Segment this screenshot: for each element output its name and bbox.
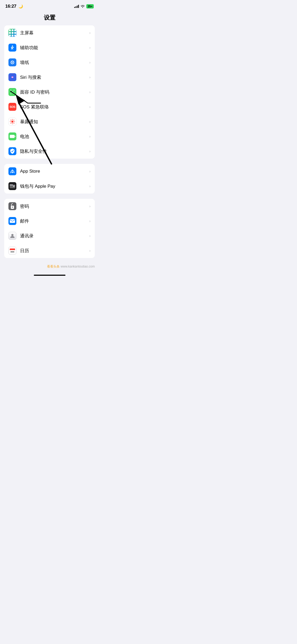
exposure-icon bbox=[8, 118, 16, 126]
appstore-icon bbox=[8, 167, 16, 175]
svg-rect-33 bbox=[10, 250, 15, 250]
page-title: 设置 bbox=[0, 11, 99, 25]
svg-rect-7 bbox=[13, 94, 15, 94]
svg-point-14 bbox=[10, 121, 11, 122]
svg-rect-29 bbox=[10, 219, 15, 223]
signal-icon bbox=[74, 5, 79, 8]
svg-point-2 bbox=[12, 62, 13, 63]
chevron-icon: › bbox=[89, 204, 91, 208]
appstore-label: App Store bbox=[20, 169, 89, 174]
chevron-icon: › bbox=[89, 184, 91, 188]
calendar-label: 日历 bbox=[20, 248, 89, 254]
svg-point-13 bbox=[12, 123, 13, 124]
settings-row-sos[interactable]: SOS SOS 紧急联络 › bbox=[4, 99, 95, 114]
chevron-icon: › bbox=[89, 31, 91, 35]
settings-row-siri[interactable]: Siri 与搜索 › bbox=[4, 70, 95, 85]
status-time: 16:27 bbox=[5, 4, 16, 9]
chevron-icon: › bbox=[89, 105, 91, 109]
svg-rect-21 bbox=[15, 136, 15, 137]
wallpaper-label: 墙纸 bbox=[20, 59, 89, 66]
settings-section-3: 密码 › 邮件 › 通讯录 › bbox=[4, 199, 95, 258]
home-screen-icon bbox=[8, 29, 16, 37]
chevron-icon: › bbox=[89, 75, 91, 79]
svg-rect-6 bbox=[10, 94, 11, 94]
svg-point-12 bbox=[12, 119, 13, 120]
wallet-label: 钱包与 Apple Pay bbox=[20, 183, 89, 189]
contacts-icon bbox=[8, 232, 16, 240]
svg-point-11 bbox=[11, 121, 13, 123]
chevron-icon: › bbox=[89, 249, 91, 253]
svg-point-30 bbox=[11, 234, 13, 236]
battery-icon bbox=[8, 132, 16, 140]
settings-row-faceid[interactable]: 面容 ID 与密码 › bbox=[4, 85, 95, 99]
calendar-icon: ●●● bbox=[8, 247, 16, 255]
mail-label: 邮件 bbox=[20, 218, 89, 224]
chevron-icon: › bbox=[89, 119, 91, 124]
siri-icon bbox=[8, 73, 16, 81]
watermark: 看看头条 www.kankantoutiao.com bbox=[0, 263, 99, 271]
faceid-icon bbox=[8, 88, 16, 96]
chevron-icon: › bbox=[89, 234, 91, 238]
chevron-icon: › bbox=[89, 219, 91, 223]
settings-section-2: App Store › 钱包与 Apple Pay › bbox=[4, 164, 95, 194]
svg-point-0 bbox=[12, 45, 13, 47]
wallpaper-icon bbox=[8, 58, 16, 66]
mail-icon bbox=[8, 217, 16, 225]
svg-rect-26 bbox=[10, 184, 13, 185]
svg-point-19 bbox=[13, 123, 14, 123]
status-icons: 25+ bbox=[74, 4, 94, 8]
chevron-icon: › bbox=[89, 60, 91, 65]
settings-row-appstore[interactable]: App Store › bbox=[4, 164, 95, 179]
passwords-label: 密码 bbox=[20, 203, 89, 209]
svg-point-16 bbox=[11, 120, 11, 121]
chevron-icon: › bbox=[89, 90, 91, 94]
svg-rect-20 bbox=[10, 135, 15, 138]
home-indicator-area bbox=[0, 271, 99, 280]
battery-label: 电池 bbox=[20, 134, 89, 140]
settings-row-battery[interactable]: 电池 › bbox=[4, 129, 95, 144]
settings-row-home-screen[interactable]: 主屏幕 › bbox=[4, 25, 95, 40]
chevron-icon: › bbox=[89, 134, 91, 139]
home-screen-label: 主屏幕 bbox=[20, 30, 89, 36]
svg-rect-4 bbox=[10, 90, 11, 90]
sos-icon: SOS bbox=[8, 103, 16, 111]
settings-row-calendar[interactable]: ●●● 日历 › bbox=[4, 243, 95, 258]
settings-row-wallpaper[interactable]: 墙纸 › bbox=[4, 55, 95, 70]
chevron-icon: › bbox=[89, 149, 91, 153]
svg-text:●●●: ●●● bbox=[11, 251, 15, 253]
svg-point-15 bbox=[14, 121, 15, 122]
privacy-label: 隐私与安全性 bbox=[20, 148, 89, 154]
svg-point-18 bbox=[11, 123, 11, 123]
contacts-label: 通讯录 bbox=[20, 233, 89, 239]
siri-label: Siri 与搜索 bbox=[20, 74, 89, 80]
settings-row-wallet[interactable]: 钱包与 Apple Pay › bbox=[4, 179, 95, 194]
battery-indicator: 25+ bbox=[86, 4, 94, 8]
privacy-icon bbox=[8, 147, 16, 155]
faceid-label: 面容 ID 与密码 bbox=[20, 89, 89, 95]
settings-row-mail[interactable]: 邮件 › bbox=[4, 214, 95, 228]
svg-point-8 bbox=[12, 91, 12, 92]
settings-section-1: 主屏幕 › 辅助功能 › bbox=[4, 25, 95, 159]
wifi-icon bbox=[81, 4, 85, 8]
home-indicator bbox=[34, 275, 65, 276]
svg-point-28 bbox=[12, 207, 13, 208]
moon-icon: 🌙 bbox=[18, 4, 23, 8]
settings-row-accessibility[interactable]: 辅助功能 › bbox=[4, 40, 95, 55]
status-bar: 16:27 🌙 25+ bbox=[0, 0, 99, 11]
settings-row-passwords[interactable]: 密码 › bbox=[4, 199, 95, 214]
svg-rect-25 bbox=[13, 186, 15, 187]
passwords-icon bbox=[8, 202, 16, 210]
accessibility-label: 辅助功能 bbox=[20, 45, 89, 51]
svg-rect-5 bbox=[13, 90, 15, 90]
accessibility-icon bbox=[8, 44, 16, 52]
sos-label: SOS 紧急联络 bbox=[20, 104, 89, 110]
svg-point-9 bbox=[13, 91, 13, 92]
chevron-icon: › bbox=[89, 45, 91, 50]
settings-row-exposure[interactable]: 暴露通知 › bbox=[4, 114, 95, 129]
wallet-icon bbox=[8, 182, 16, 190]
settings-row-contacts[interactable]: 通讯录 › bbox=[4, 228, 95, 243]
chevron-icon: › bbox=[89, 169, 91, 173]
exposure-label: 暴露通知 bbox=[20, 119, 89, 125]
svg-point-17 bbox=[13, 120, 14, 121]
settings-row-privacy[interactable]: 隐私与安全性 › bbox=[4, 144, 95, 159]
